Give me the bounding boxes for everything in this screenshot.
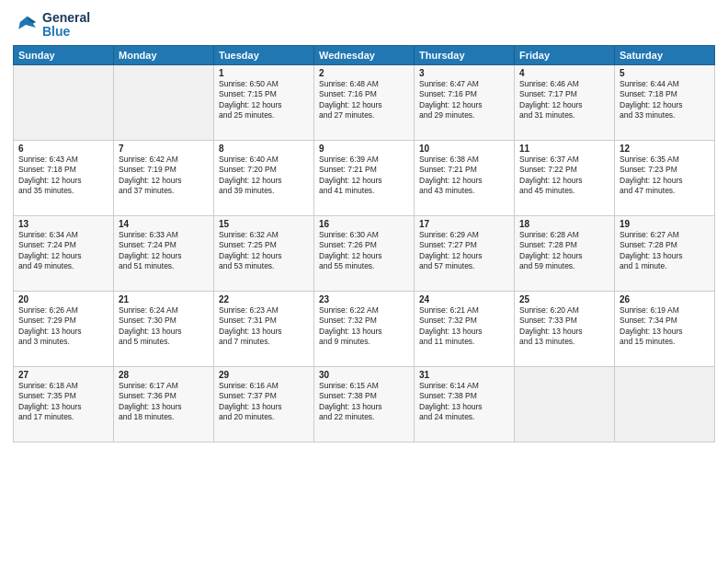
day-number: 30 [319,370,409,380]
day-number: 7 [119,144,209,154]
calendar-cell: 26Sunrise: 6:19 AMSunset: 7:34 PMDayligh… [615,291,715,366]
calendar-cell: 31Sunrise: 6:14 AMSunset: 7:38 PMDayligh… [415,366,515,442]
calendar-cell: 5Sunrise: 6:44 AMSunset: 7:18 PMDaylight… [615,64,715,140]
calendar-table: SundayMondayTuesdayWednesdayThursdayFrid… [13,45,715,442]
cell-content: Sunrise: 6:19 AMSunset: 7:34 PMDaylight:… [620,305,710,348]
day-number: 3 [419,68,509,78]
calendar-cell: 22Sunrise: 6:23 AMSunset: 7:31 PMDayligh… [214,291,314,366]
day-number: 31 [419,370,509,380]
day-number: 27 [18,370,108,380]
weekday-thursday: Thursday [415,45,515,64]
calendar-cell: 7Sunrise: 6:42 AMSunset: 7:19 PMDaylight… [114,140,214,215]
day-number: 5 [620,68,710,78]
calendar-cell: 8Sunrise: 6:40 AMSunset: 7:20 PMDaylight… [214,140,314,215]
day-number: 21 [119,294,209,304]
calendar-cell: 30Sunrise: 6:15 AMSunset: 7:38 PMDayligh… [314,366,415,442]
day-number: 15 [219,219,309,229]
cell-content: Sunrise: 6:50 AMSunset: 7:15 PMDaylight:… [219,79,309,121]
cell-content: Sunrise: 6:48 AMSunset: 7:16 PMDaylight:… [319,79,409,121]
weekday-wednesday: Wednesday [314,45,415,64]
calendar-cell [14,64,114,140]
cell-content: Sunrise: 6:30 AMSunset: 7:26 PMDaylight:… [319,230,409,272]
calendar-cell: 13Sunrise: 6:34 AMSunset: 7:24 PMDayligh… [14,215,114,291]
cell-content: Sunrise: 6:34 AMSunset: 7:24 PMDaylight:… [18,230,108,272]
day-number: 22 [219,294,309,304]
calendar-cell: 19Sunrise: 6:27 AMSunset: 7:28 PMDayligh… [615,215,715,291]
week-row-1: 1Sunrise: 6:50 AMSunset: 7:15 PMDaylight… [14,64,715,140]
cell-content: Sunrise: 6:40 AMSunset: 7:20 PMDaylight:… [219,155,309,197]
calendar-cell: 9Sunrise: 6:39 AMSunset: 7:21 PMDaylight… [314,140,415,215]
day-number: 12 [620,144,710,154]
cell-content: Sunrise: 6:20 AMSunset: 7:33 PMDaylight:… [519,305,609,348]
day-number: 23 [319,294,409,304]
cell-content: Sunrise: 6:46 AMSunset: 7:17 PMDaylight:… [519,79,609,121]
cell-content: Sunrise: 6:47 AMSunset: 7:16 PMDaylight:… [419,79,509,121]
weekday-saturday: Saturday [615,45,715,64]
week-row-2: 6Sunrise: 6:43 AMSunset: 7:18 PMDaylight… [14,140,715,215]
page-header: General Blue [13,11,715,40]
calendar-cell: 18Sunrise: 6:28 AMSunset: 7:28 PMDayligh… [515,215,615,291]
week-row-3: 13Sunrise: 6:34 AMSunset: 7:24 PMDayligh… [14,215,715,291]
cell-content: Sunrise: 6:29 AMSunset: 7:27 PMDaylight:… [419,230,509,272]
calendar-cell [615,366,715,442]
logo-text: General Blue [42,11,90,40]
cell-content: Sunrise: 6:21 AMSunset: 7:32 PMDaylight:… [419,305,509,348]
calendar-cell: 1Sunrise: 6:50 AMSunset: 7:15 PMDaylight… [214,64,314,140]
cell-content: Sunrise: 6:44 AMSunset: 7:18 PMDaylight:… [620,79,710,121]
logo: General Blue [13,11,90,40]
day-number: 13 [18,219,108,229]
cell-content: Sunrise: 6:16 AMSunset: 7:37 PMDaylight:… [219,381,309,423]
calendar-cell [515,366,615,442]
calendar-cell: 14Sunrise: 6:33 AMSunset: 7:24 PMDayligh… [114,215,214,291]
cell-content: Sunrise: 6:33 AMSunset: 7:24 PMDaylight:… [119,230,209,272]
cell-content: Sunrise: 6:24 AMSunset: 7:30 PMDaylight:… [119,305,209,348]
cell-content: Sunrise: 6:26 AMSunset: 7:29 PMDaylight:… [18,305,108,348]
cell-content: Sunrise: 6:39 AMSunset: 7:21 PMDaylight:… [319,155,409,197]
calendar-cell: 29Sunrise: 6:16 AMSunset: 7:37 PMDayligh… [214,366,314,442]
day-number: 2 [319,68,409,78]
cell-content: Sunrise: 6:23 AMSunset: 7:31 PMDaylight:… [219,305,309,348]
cell-content: Sunrise: 6:18 AMSunset: 7:35 PMDaylight:… [18,381,108,423]
cell-content: Sunrise: 6:38 AMSunset: 7:21 PMDaylight:… [419,155,509,197]
weekday-sunday: Sunday [14,45,114,64]
cell-content: Sunrise: 6:32 AMSunset: 7:25 PMDaylight:… [219,230,309,272]
calendar-cell: 17Sunrise: 6:29 AMSunset: 7:27 PMDayligh… [415,215,515,291]
day-number: 24 [419,294,509,304]
calendar-cell [114,64,214,140]
calendar-cell: 12Sunrise: 6:35 AMSunset: 7:23 PMDayligh… [615,140,715,215]
day-number: 28 [119,370,209,380]
calendar-cell: 23Sunrise: 6:22 AMSunset: 7:32 PMDayligh… [314,291,415,366]
calendar-cell: 25Sunrise: 6:20 AMSunset: 7:33 PMDayligh… [515,291,615,366]
cell-content: Sunrise: 6:14 AMSunset: 7:38 PMDaylight:… [419,381,509,423]
day-number: 19 [620,219,710,229]
day-number: 29 [219,370,309,380]
calendar-cell: 24Sunrise: 6:21 AMSunset: 7:32 PMDayligh… [415,291,515,366]
calendar-cell: 27Sunrise: 6:18 AMSunset: 7:35 PMDayligh… [14,366,114,442]
cell-content: Sunrise: 6:27 AMSunset: 7:28 PMDaylight:… [620,230,710,272]
calendar-cell: 21Sunrise: 6:24 AMSunset: 7:30 PMDayligh… [114,291,214,366]
calendar-cell: 28Sunrise: 6:17 AMSunset: 7:36 PMDayligh… [114,366,214,442]
weekday-monday: Monday [114,45,214,64]
cell-content: Sunrise: 6:17 AMSunset: 7:36 PMDaylight:… [119,381,209,423]
day-number: 25 [519,294,609,304]
day-number: 14 [119,219,209,229]
day-number: 9 [319,144,409,154]
calendar-cell: 11Sunrise: 6:37 AMSunset: 7:22 PMDayligh… [515,140,615,215]
cell-content: Sunrise: 6:22 AMSunset: 7:32 PMDaylight:… [319,305,409,348]
day-number: 1 [219,68,309,78]
logo-icon [13,12,39,38]
weekday-header-row: SundayMondayTuesdayWednesdayThursdayFrid… [14,45,715,64]
day-number: 16 [319,219,409,229]
calendar-cell: 2Sunrise: 6:48 AMSunset: 7:16 PMDaylight… [314,64,415,140]
day-number: 17 [419,219,509,229]
calendar-cell: 15Sunrise: 6:32 AMSunset: 7:25 PMDayligh… [214,215,314,291]
cell-content: Sunrise: 6:35 AMSunset: 7:23 PMDaylight:… [620,155,710,197]
calendar-cell: 4Sunrise: 6:46 AMSunset: 7:17 PMDaylight… [515,64,615,140]
day-number: 11 [519,144,609,154]
calendar-cell: 20Sunrise: 6:26 AMSunset: 7:29 PMDayligh… [14,291,114,366]
day-number: 26 [620,294,710,304]
calendar-cell: 10Sunrise: 6:38 AMSunset: 7:21 PMDayligh… [415,140,515,215]
calendar-cell: 3Sunrise: 6:47 AMSunset: 7:16 PMDaylight… [415,64,515,140]
calendar-cell: 16Sunrise: 6:30 AMSunset: 7:26 PMDayligh… [314,215,415,291]
cell-content: Sunrise: 6:43 AMSunset: 7:18 PMDaylight:… [18,155,108,197]
